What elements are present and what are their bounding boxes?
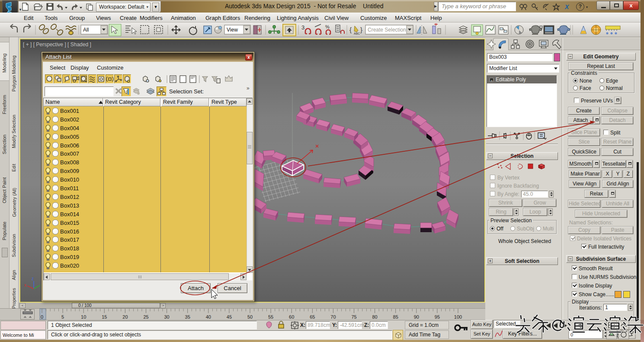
svg-text:10: 10: [81, 314, 86, 320]
svg-text:40: 40: [206, 314, 211, 320]
svg-text:5: 5: [61, 314, 64, 320]
svg-text:55: 55: [268, 314, 273, 320]
svg-text:85: 85: [393, 314, 398, 320]
svg-text:70: 70: [330, 314, 336, 320]
svg-text:75: 75: [351, 314, 356, 320]
svg-text:35: 35: [185, 314, 190, 320]
svg-text:0: 0: [41, 314, 43, 320]
svg-text:15: 15: [102, 314, 107, 320]
svg-text:25: 25: [143, 314, 148, 320]
svg-text:30: 30: [164, 314, 169, 320]
svg-text:80: 80: [372, 314, 377, 320]
svg-text:95: 95: [435, 314, 440, 320]
svg-text:45: 45: [227, 314, 232, 320]
svg-text:65: 65: [310, 314, 315, 320]
svg-text:100: 100: [454, 314, 462, 320]
svg-text:60: 60: [289, 314, 294, 320]
svg-text:50: 50: [247, 314, 253, 320]
svg-text:90: 90: [414, 314, 419, 320]
svg-text:20: 20: [122, 314, 128, 320]
